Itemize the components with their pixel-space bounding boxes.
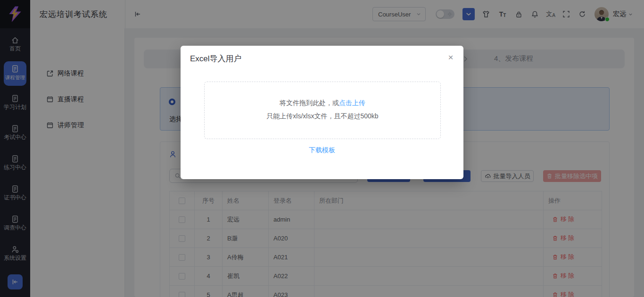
- file-drop-zone[interactable]: 将文件拖到此处，或点击上传 只能上传xls/xlsx文件，且不超过500kb: [204, 82, 441, 139]
- click-upload-link[interactable]: 点击上传: [339, 99, 365, 107]
- download-template-link[interactable]: 下载模板: [309, 146, 335, 154]
- modal-close-button[interactable]: ×: [446, 52, 456, 63]
- excel-import-modal: Excel导入用户 × 将文件拖到此处，或点击上传 只能上传xls/xlsx文件…: [181, 46, 463, 179]
- download-template-row: 下载模板: [181, 146, 463, 155]
- drop-zone-line1: 将文件拖到此处，或点击上传: [205, 99, 440, 107]
- drop-text: 将文件拖到此处，或: [280, 99, 339, 107]
- drop-zone-hint: 只能上传xls/xlsx文件，且不超过500kb: [205, 112, 440, 121]
- modal-title: Excel导入用户: [190, 53, 242, 64]
